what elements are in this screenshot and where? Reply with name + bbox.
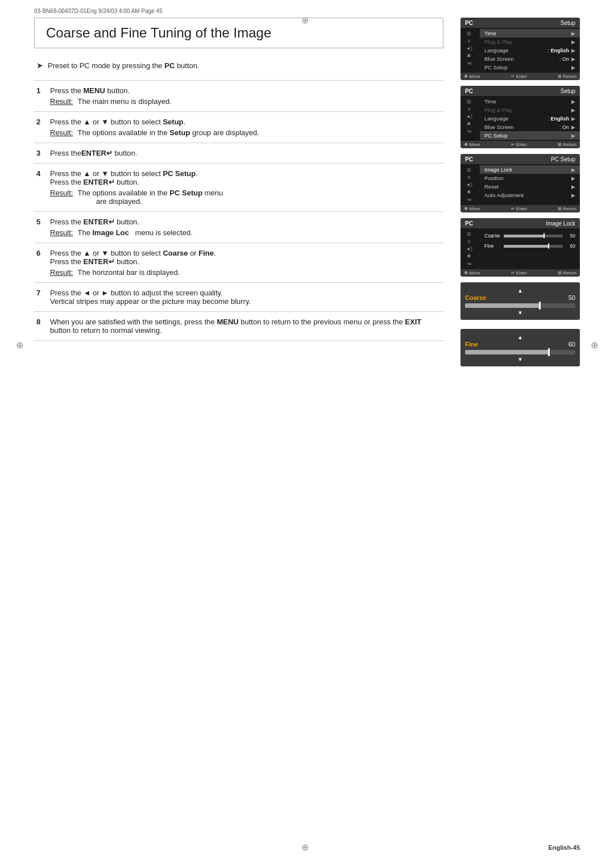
tv-coarse-slider-row: Coarse 50: [480, 232, 580, 240]
icon-sym: ≡: [465, 239, 473, 244]
tv-panel-header-3: PC PC Setup: [460, 154, 580, 164]
footer: English-45: [548, 844, 580, 851]
left-column: Coarse and Fine Tuning of the Image ➤ Pr…: [34, 18, 443, 375]
step-number: 1: [34, 81, 48, 112]
reg-mark-right: ⊕: [591, 341, 598, 350]
step-row: 4 Press the ▲ or ▼ button to select PC S…: [34, 164, 443, 212]
title-box: Coarse and Fine Tuning of the Image: [34, 18, 443, 48]
fine-arrow-up[interactable]: ▲: [465, 332, 575, 341]
tv-icon-item: ✖: [463, 52, 478, 59]
tv-menu-item: Time ▶: [480, 29, 580, 37]
result-line: Result: The horizontal bar is displayed.: [50, 268, 441, 277]
step-number: 2: [34, 112, 48, 143]
step-main: Press the ENTER↵ button.: [50, 218, 441, 226]
step-main: Press theENTER↵ button.: [50, 149, 441, 157]
up-arrow-icon[interactable]: ▲: [517, 334, 523, 340]
tv-bottom-return: ⊞ Return: [558, 142, 576, 147]
step-content: Press the MENU button. Result: The main …: [48, 81, 443, 112]
tv-menu-list: Image Lock ▶ Position ▶ Reset ▶: [480, 165, 580, 204]
icon-sym: ◄): [465, 114, 473, 119]
result-label: Result:: [50, 189, 73, 197]
icon-sym: ◄): [465, 45, 473, 51]
arrow-icon: ➤: [36, 61, 43, 70]
tv-icon-item: ≡: [463, 174, 478, 181]
tv-icon-item: ≡: [463, 238, 478, 245]
arrow-right-icon: ▶: [571, 133, 575, 139]
result-text: The main menu is displayed.: [77, 97, 171, 106]
tv-bottom-bar-2: ❖ Move ↵ Enter ⊞ Return: [460, 141, 580, 148]
tv-coarse-label: Coarse: [484, 233, 501, 239]
step-row: 1 Press the MENU button. Result: The mai…: [34, 81, 443, 112]
icon-sym: ≡: [465, 106, 473, 112]
tv-bottom-bar-1: ❖ Move ↵ Enter ⊞ Return: [460, 73, 580, 80]
fine-slider-fill: [465, 350, 548, 354]
icon-sym: ✖: [465, 53, 473, 59]
coarse-slider-control: ▲ Coarse 50 ▼: [460, 282, 580, 320]
down-arrow-icon[interactable]: ▼: [517, 310, 523, 316]
icon-sym: ≔: [465, 197, 473, 202]
arrow-right-icon: ▶: [571, 184, 575, 190]
result-line: Result: The options available in the Set…: [50, 128, 441, 137]
tv-bottom-move: ❖ Move: [464, 270, 480, 276]
coarse-arrow-up[interactable]: ▲: [465, 286, 575, 294]
step-main: Press the MENU button.: [50, 86, 441, 95]
tv-icon-item: ⊞: [463, 98, 478, 105]
step-content: Press the ▲ or ▼ button to select Setup.…: [48, 112, 443, 143]
tv-sliders: Coarse 50 Fine: [480, 229, 580, 268]
step-main: Press the ▲ or ▼ button to select Coarse…: [50, 249, 441, 257]
item-name: PC Setup: [484, 132, 569, 139]
arrow-right-icon: ▶: [571, 39, 575, 45]
coarse-slider-track[interactable]: [465, 303, 575, 308]
arrow-right-icon: ▶: [571, 31, 575, 36]
item-name: Time: [484, 30, 569, 36]
tv-bottom-move: ❖ Move: [464, 74, 480, 79]
tv-panel-inner: ⊞ ≡ ◄) ✖ ≔ Coarse: [460, 229, 580, 268]
fine-slider-header: Fine 60: [465, 341, 575, 348]
tv-icon-item: ⊞: [463, 30, 478, 37]
arrow-right-icon: ▶: [571, 65, 575, 70]
reg-mark-left: ⊕: [16, 341, 23, 350]
tv-panel-header-1: PC Setup: [460, 18, 580, 28]
icon-sym: ✖: [465, 189, 473, 195]
tv-icon-item: ≡: [463, 37, 478, 44]
tv-bottom-enter: ↵ Enter: [511, 270, 527, 276]
tv-icons-col: ⊞ ≡ ◄) ✖ ≔: [460, 229, 480, 268]
arrow-right-icon: ▶: [571, 124, 575, 130]
tv-icon-item: ≔: [463, 128, 478, 135]
tv-panel-inner: ⊞ ≡ ◄) ✖ ≔ Image Lock ▶ P: [460, 165, 580, 204]
step-number: 5: [34, 212, 48, 243]
pc-label-1: PC: [465, 20, 473, 26]
fine-slider-track[interactable]: [465, 350, 575, 354]
tv-menu-item: Auto Adjustment ▶: [480, 191, 580, 199]
tv-coarse-value: 50: [565, 233, 575, 239]
step-content: Press the ▲ or ▼ button to select PC Set…: [48, 164, 443, 212]
tv-menu-item: Language : English ▶: [480, 114, 580, 123]
preset-text: Preset to PC mode by pressing the PC but…: [48, 61, 200, 70]
icon-sym: ⊞: [465, 167, 473, 173]
tv-icon-item: ⊞: [463, 231, 478, 237]
item-name: PC Setup: [484, 64, 569, 70]
step-row: 5 Press the ENTER↵ button. Result: The I…: [34, 212, 443, 243]
tv-bottom-bar-4: ❖ Move ↵ Enter ⊞ Return: [460, 269, 580, 277]
result-label: Result:: [50, 268, 73, 277]
tv-fine-track: [504, 245, 563, 248]
step-content: Press the ◄ or ► button to adjust the sc…: [48, 283, 443, 312]
step-sub: Press the ENTER↵ button.: [50, 178, 441, 186]
tv-icon-item: ≡: [463, 106, 478, 112]
up-arrow-icon[interactable]: ▲: [517, 287, 523, 294]
tv-icon-item: ≔: [463, 260, 478, 267]
result-label: Result:: [50, 97, 73, 106]
tv-icons-col: ⊞ ≡ ◄) ✖ ≔: [460, 97, 480, 140]
step-row: 2 Press the ▲ or ▼ button to select Setu…: [34, 112, 443, 143]
icon-sym: ✖: [465, 253, 473, 259]
tv-icon-item: ⊞: [463, 166, 478, 173]
arrow-right-icon: ▶: [571, 107, 575, 113]
step-sub: Vertical stripes may appear or the pictu…: [50, 297, 441, 306]
tv-icon-item: ◄): [463, 113, 478, 120]
result-line: Result: The options available in the PC …: [50, 189, 441, 206]
down-arrow-icon[interactable]: ▼: [517, 356, 523, 362]
fine-arrow-down[interactable]: ▼: [465, 354, 575, 363]
tv-icon-item: ◄): [463, 181, 478, 188]
coarse-arrow-down[interactable]: ▼: [465, 308, 575, 316]
icon-sym: ≔: [465, 261, 473, 266]
